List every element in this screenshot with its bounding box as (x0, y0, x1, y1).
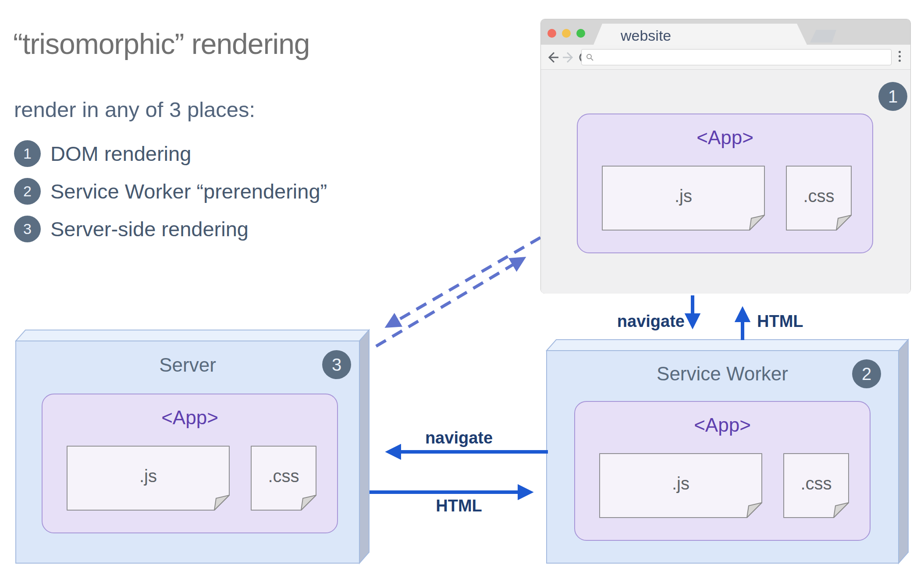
css-file: .css (783, 453, 849, 518)
window-controls (547, 29, 585, 38)
list-item-label: Server-side rendering (50, 217, 249, 241)
browser-toolbar (541, 45, 910, 70)
browser-app-box: <App> .js .css (577, 114, 873, 253)
server-app-box: <App> .js .css (42, 394, 338, 533)
file-label: .js (602, 166, 765, 226)
diagram-canvas: “trisomorphic” rendering render in any o… (0, 0, 924, 582)
render-places-list: 1 DOM rendering 2 Service Worker “preren… (14, 140, 327, 242)
browser-content: 1 <App> .js (541, 70, 910, 294)
number-badge-dom: 1 (878, 82, 907, 111)
new-tab-button[interactable] (810, 30, 836, 43)
css-file: .css (251, 446, 316, 511)
menu-dots-icon (899, 51, 901, 53)
number-badge: 2 (14, 178, 41, 205)
number-badge-server: 3 (322, 350, 351, 379)
url-input[interactable] (597, 50, 891, 64)
search-icon (586, 53, 594, 61)
service-worker-app-box: <App> .js .css (574, 401, 871, 541)
intro-subtitle: render in any of 3 places: (14, 97, 255, 122)
number-badge: 1 (14, 140, 41, 167)
list-item: 3 Server-side rendering (14, 216, 327, 242)
file-label: .css (783, 453, 849, 514)
dashed-arrow-to-browser (376, 259, 522, 346)
forward-button[interactable] (562, 45, 575, 70)
menu-dots-icon (899, 60, 901, 62)
browser-window: website 1 <App (540, 19, 911, 294)
back-icon (546, 51, 559, 64)
flow-label-html-right: HTML (393, 497, 525, 515)
list-item-label: DOM rendering (50, 142, 191, 166)
file-label: .css (251, 446, 316, 506)
number-badge: 3 (14, 216, 41, 242)
flow-label-navigate-down: navigate (583, 312, 685, 331)
browser-tabstrip: website (541, 19, 910, 45)
js-file: .js (67, 446, 230, 511)
app-tag-label: <App> (578, 127, 872, 149)
browser-menu-button[interactable] (899, 51, 901, 62)
forward-icon (562, 51, 575, 64)
list-item: 2 Service Worker “prerendering” (14, 178, 327, 205)
menu-dots-icon (899, 55, 901, 57)
js-file: .js (599, 453, 762, 518)
service-worker-title: Service Worker (613, 363, 832, 385)
file-label: .css (786, 166, 852, 226)
dashed-arrow-to-server (388, 238, 540, 326)
url-bar (581, 49, 892, 65)
back-button[interactable] (546, 45, 559, 70)
tab-title: website (621, 27, 671, 44)
maximize-window-icon[interactable] (576, 29, 585, 38)
app-tag-label: <App> (43, 407, 337, 429)
list-item-label: Service Worker “prerendering” (50, 179, 327, 203)
js-file: .js (602, 166, 765, 231)
flow-label-html-up: HTML (757, 312, 803, 331)
file-label: .js (599, 453, 762, 514)
flow-label-navigate-left: navigate (393, 429, 525, 447)
server-title: Server (78, 354, 297, 376)
minimize-window-icon[interactable] (562, 29, 571, 38)
app-tag-label: <App> (575, 414, 870, 436)
browser-tab[interactable]: website (593, 24, 807, 45)
page-title: “trisomorphic” rendering (13, 27, 310, 60)
list-item: 1 DOM rendering (14, 140, 327, 167)
file-label: .js (67, 446, 230, 506)
close-window-icon[interactable] (547, 29, 556, 38)
css-file: .css (786, 166, 852, 231)
number-badge-service-worker: 2 (852, 359, 881, 388)
